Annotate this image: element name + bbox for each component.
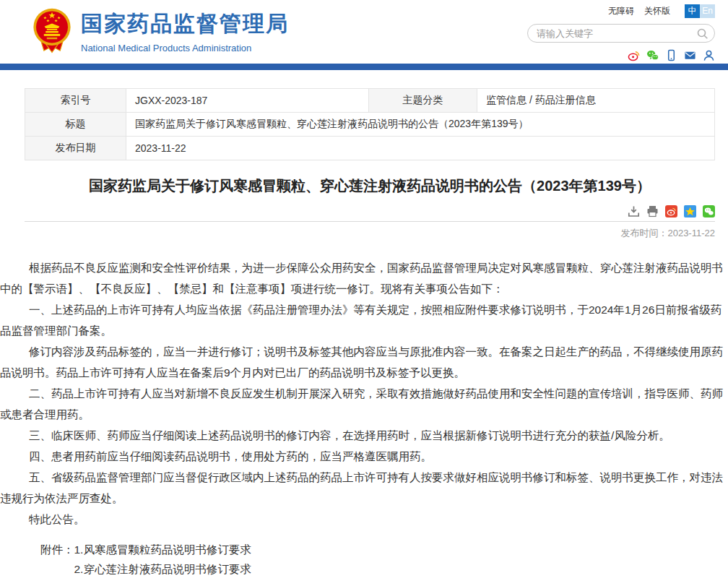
attachment-link[interactable]: 2.穿心莲注射液药品说明书修订要求 [74,559,251,579]
share-weibo-icon[interactable] [665,205,677,217]
search-box [527,24,715,43]
share-qzone-icon[interactable] [684,205,696,217]
weibo-icon[interactable] [628,49,640,61]
attachment-link[interactable]: 1.风寒感冒颗粒药品说明书修订要求 [74,540,251,559]
category-label: 主题分类 [369,89,477,113]
top-links: 无障碍 关怀版 中 En [527,4,715,18]
brand-text: 国家药品监督管理局 National Medical Products Admi… [81,9,289,53]
article-paragraph: 二、药品上市许可持有人应当对新增不良反应发生机制开展深入研究，采取有效措施做好药… [0,383,725,425]
publish-time: 发布时间：2023-11-22 [25,227,715,240]
social-icon-row [527,49,715,61]
publish-time-value: 2023-11-22 [667,228,715,238]
site-name: 国家药品监督管理局 [81,9,289,39]
index-label: 索引号 [25,89,126,113]
article-paragraph: 特此公告。 [0,509,725,530]
publish-time-label: 发布时间： [620,228,667,238]
attachments-label: 附件： [40,540,74,579]
share-wechat-icon[interactable] [703,205,715,217]
lang-en-button[interactable]: En [700,4,715,18]
mobile-icon[interactable] [665,49,677,61]
title-divider [25,221,715,222]
article-toolbar [25,204,715,217]
article-paragraph: 五、省级药品监督管理部门应当督促行政区域内上述药品的药品上市许可持有人按要求做好… [0,467,725,509]
article-paragraph: 根据药品不良反应监测和安全性评价结果，为进一步保障公众用药安全，国家药品监督管理… [0,257,725,299]
article-paragraph: 四、患者用药前应当仔细阅读药品说明书，使用处方药的，应当严格遵医嘱用药。 [0,446,725,467]
user-icon[interactable] [703,49,715,61]
page-title: 国家药监局关于修订风寒感冒颗粒、穿心莲注射液药品说明书的公告（2023年第139… [25,176,715,196]
date-label: 发布日期 [25,137,126,160]
search-icon[interactable] [696,27,708,40]
accessibility-link[interactable]: 无障碍 [608,5,634,17]
attachments: 附件： 1.风寒感冒颗粒药品说明书修订要求2.穿心莲注射液药品说明书修订要求 [40,540,728,579]
title-label: 标题 [25,113,126,137]
meta-row-index: 索引号 JGXX-2023-187 主题分类 监管信息 / 药品注册信息 [25,89,715,113]
lang-zh-button[interactable]: 中 [685,4,700,18]
mail-icon[interactable] [684,49,696,61]
print-icon[interactable] [646,205,659,217]
site-header: 国家药品监督管理局 National Medical Products Admi… [0,0,728,64]
wechat-icon[interactable] [646,49,659,61]
title-value: 国家药监局关于修订风寒感冒颗粒、穿心莲注射液药品说明书的公告（2023年第139… [126,113,715,137]
article-paragraph: 三、临床医师、药师应当仔细阅读上述药品说明书的修订内容，在选择用药时，应当根据新… [0,425,725,446]
search-input[interactable] [537,28,696,39]
article-paragraph: 一、上述药品的上市许可持有人均应当依据《药品注册管理办法》等有关规定，按照相应附… [0,299,725,341]
site-brand[interactable]: 国家药品监督管理局 National Medical Products Admi… [32,4,289,58]
site-name-en: National Medical Products Administration [81,43,289,53]
index-value: JGXX-2023-187 [126,89,369,113]
article-body: 根据药品不良反应监测和安全性评价结果，为进一步保障公众用药安全，国家药品监督管理… [0,257,725,530]
language-switch: 中 En [685,4,715,18]
category-value: 监管信息 / 药品注册信息 [477,89,715,113]
national-emblem-icon [32,4,72,58]
header-divider-bar [0,64,728,70]
meta-row-title: 标题 国家药监局关于修订风寒感冒颗粒、穿心莲注射液药品说明书的公告（2023年第… [25,113,715,137]
article-paragraph: 修订内容涉及药品标签的，应当一并进行修订；说明书及标签其他内容应当与原批准内容一… [0,341,725,383]
header-right: 无障碍 关怀版 中 En [527,4,715,61]
meta-row-date: 发布日期 2023-11-22 [25,137,715,160]
download-icon[interactable] [628,205,640,217]
document-meta-table: 索引号 JGXX-2023-187 主题分类 监管信息 / 药品注册信息 标题 … [25,88,715,160]
date-value: 2023-11-22 [126,137,715,160]
care-version-link[interactable]: 关怀版 [644,5,670,17]
attachment-list: 1.风寒感冒颗粒药品说明书修订要求2.穿心莲注射液药品说明书修订要求 [74,540,251,579]
